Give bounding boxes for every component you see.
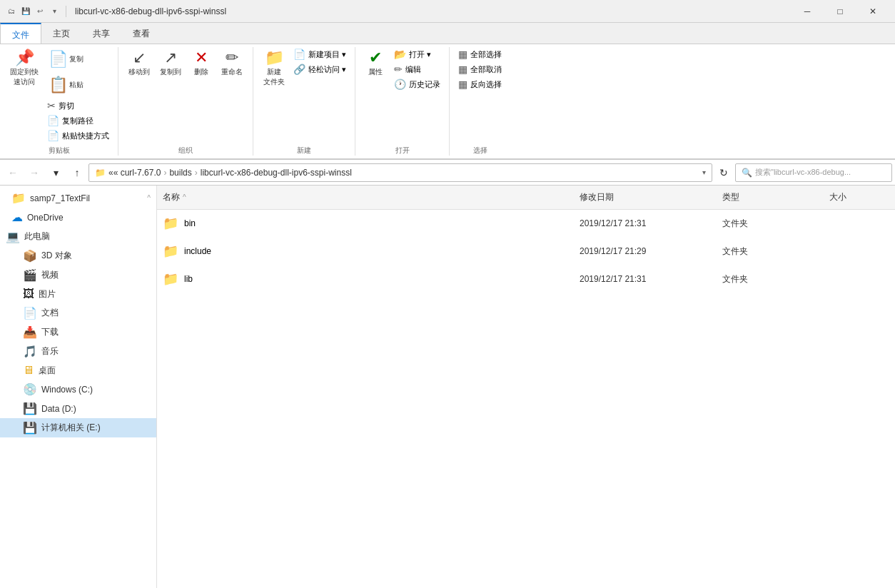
sidebar-item-computer-e[interactable]: 💾 计算机相关 (E:) — [0, 418, 156, 437]
sidebar-item-pictures[interactable]: 🖼 图片 — [0, 285, 156, 303]
history-icon: 🕐 — [394, 78, 406, 90]
ribbon-group-open: ✔ 属性 📂 打开 ▾ ✏ 编辑 🕐 历史记录 打开 — [355, 47, 450, 156]
ribbon-group-new: 📁 新建文件夹 📄 新建项目 ▾ 🔗 轻松访问 ▾ 新建 — [253, 47, 355, 156]
file-name-bin: 📁 bin — [157, 210, 574, 237]
sidebar-item-windows-c[interactable]: 💿 Windows (C:) — [0, 380, 156, 399]
title-bar: 🗂 💾 ↩ ▾ libcurl-vc-x86-debug-dll-ipv6-ss… — [0, 0, 895, 23]
open-small-buttons: 📂 打开 ▾ ✏ 编辑 🕐 历史记录 — [391, 47, 443, 91]
dropdown-icon[interactable]: ▾ — [49, 6, 60, 17]
rename-button[interactable]: ✏ 重命名 — [217, 47, 247, 80]
select-content: ▦ 全部选择 ▦ 全部取消 ▦ 反向选择 — [455, 47, 505, 143]
back-button[interactable]: ← — [3, 163, 23, 183]
documents-icon: 📄 — [23, 306, 37, 320]
address-dropdown[interactable]: ▾ — [702, 168, 706, 176]
table-row[interactable]: 📁 bin 2019/12/17 21:31 文件夹 — [157, 210, 895, 238]
sidebar-item-music[interactable]: 🎵 音乐 — [0, 342, 156, 361]
header-type[interactable]: 类型 — [717, 188, 824, 206]
lib-folder-icon: 📁 — [163, 271, 178, 287]
header-name[interactable]: 名称 ^ — [157, 188, 574, 206]
lib-size — [824, 273, 895, 285]
new-content: 📁 新建文件夹 📄 新建项目 ▾ 🔗 轻松访问 ▾ — [259, 47, 349, 143]
properties-button[interactable]: ✔ 属性 — [361, 47, 390, 80]
copy-to-icon: ↗ — [164, 50, 177, 66]
copy-path-button[interactable]: 📄 复制路径 — [44, 113, 112, 128]
table-row[interactable]: 📁 lib 2019/12/17 21:31 文件夹 — [157, 265, 895, 293]
search-icon: 🔍 — [742, 168, 752, 178]
computer-e-icon: 💾 — [23, 421, 37, 435]
desktop-icon: 🖥 — [23, 364, 34, 377]
lib-modified: 2019/12/17 21:31 — [574, 268, 717, 290]
select-none-button[interactable]: ▦ 全部取消 — [455, 62, 505, 76]
forward-button[interactable]: → — [24, 163, 44, 183]
edit-button[interactable]: ✏ 编辑 — [391, 62, 443, 76]
history-button[interactable]: 🕐 历史记录 — [391, 77, 443, 91]
move-icon: ↙ — [133, 50, 146, 66]
folder-icon: 📁 — [95, 168, 106, 178]
system-icon: 🗂 — [6, 6, 17, 17]
tab-home[interactable]: 主页 — [41, 23, 81, 44]
main-content: 📁 samp7_1TextFil ^ ☁ OneDrive 💻 此电脑 📦 3D… — [0, 186, 895, 588]
copy-to-button[interactable]: ↗ 复制到 — [156, 47, 186, 80]
up-button[interactable]: ↑ — [67, 163, 87, 183]
address-bar-area: ← → ▾ ↑ 📁 « « curl-7.67.0 › builds › lib… — [0, 160, 895, 186]
pictures-icon: 🖼 — [23, 288, 34, 300]
table-row[interactable]: 📁 include 2019/12/17 21:29 文件夹 — [157, 238, 895, 265]
sidebar-item-data-d[interactable]: 💾 Data (D:) — [0, 399, 156, 418]
select-all-button[interactable]: ▦ 全部选择 — [455, 47, 505, 61]
sidebar-item-this-pc[interactable]: 💻 此电脑 — [0, 227, 156, 246]
recent-button[interactable]: ▾ — [46, 163, 66, 183]
move-to-button[interactable]: ↙ 移动到 — [124, 47, 154, 80]
sidebar-item-videos-label: 视频 — [41, 269, 151, 281]
undo-icon[interactable]: ↩ — [34, 6, 46, 17]
invert-select-button[interactable]: ▦ 反向选择 — [455, 77, 505, 91]
sidebar-item-samp7[interactable]: 📁 samp7_1TextFil ^ — [0, 188, 156, 208]
bin-type: 文件夹 — [717, 212, 824, 235]
cut-icon: ✂ — [47, 100, 56, 111]
tab-share[interactable]: 共享 — [81, 23, 121, 44]
header-size[interactable]: 大小 — [824, 188, 895, 206]
sidebar-item-3d[interactable]: 📦 3D 对象 — [0, 246, 156, 265]
paste-button[interactable]: 📋 粘贴 — [44, 73, 112, 97]
copy-button[interactable]: 📄 复制 — [44, 47, 112, 71]
include-type: 文件夹 — [717, 240, 824, 263]
bin-size — [824, 218, 895, 229]
sidebar-item-downloads-label: 下载 — [41, 326, 151, 338]
ribbon: 📌 固定到快速访问 📄 复制 📋 粘贴 ✂ 剪切 — [0, 44, 895, 160]
delete-button[interactable]: ✕ 删除 — [187, 47, 216, 80]
save-icon[interactable]: 💾 — [20, 6, 31, 17]
header-modified[interactable]: 修改日期 — [574, 188, 717, 206]
sidebar-item-documents[interactable]: 📄 文档 — [0, 303, 156, 323]
3d-icon: 📦 — [23, 249, 37, 263]
sidebar-item-documents-label: 文档 — [41, 307, 151, 319]
sidebar: 📁 samp7_1TextFil ^ ☁ OneDrive 💻 此电脑 📦 3D… — [0, 186, 157, 588]
open-label: 打开 — [395, 146, 410, 156]
cut-button[interactable]: ✂ 剪切 — [44, 98, 112, 113]
open-button[interactable]: 📂 打开 ▾ — [391, 47, 443, 61]
search-box[interactable]: 🔍 搜索"libcurl-vc-x86-debug... — [735, 163, 892, 182]
sidebar-item-onedrive[interactable]: ☁ OneDrive — [0, 208, 156, 227]
file-list: 📁 bin 2019/12/17 21:31 文件夹 📁 include 201… — [157, 210, 895, 588]
include-size — [824, 245, 895, 257]
tab-file[interactable]: 文件 — [0, 23, 41, 44]
sidebar-item-videos[interactable]: 🎬 视频 — [0, 265, 156, 285]
maximize-button[interactable]: □ — [824, 0, 856, 23]
minimize-button[interactable]: ─ — [791, 0, 824, 23]
pin-button[interactable]: 📌 固定到快速访问 — [6, 47, 43, 90]
edit-icon: ✏ — [394, 64, 403, 75]
crumb-curl: « curl-7.67.0 — [113, 168, 161, 178]
easy-access-button[interactable]: 🔗 轻松访问 ▾ — [290, 62, 349, 76]
open-content: ✔ 属性 📂 打开 ▾ ✏ 编辑 🕐 历史记录 — [361, 47, 443, 143]
sidebar-item-downloads[interactable]: 📥 下载 — [0, 323, 156, 342]
refresh-button[interactable]: ↻ — [714, 163, 734, 183]
sidebar-item-desktop[interactable]: 🖥 桌面 — [0, 361, 156, 380]
new-item-button[interactable]: 📄 新建项目 ▾ — [290, 47, 349, 61]
new-folder-button[interactable]: 📁 新建文件夹 — [259, 47, 289, 90]
paste-shortcut-button[interactable]: 📄 粘贴快捷方式 — [44, 128, 112, 143]
close-button[interactable]: ✕ — [856, 0, 889, 23]
crumb-builds: builds — [169, 168, 191, 178]
sidebar-item-desktop-label: 桌面 — [39, 365, 151, 377]
tab-view[interactable]: 查看 — [121, 23, 161, 44]
organize-content: ↙ 移动到 ↗ 复制到 ✕ 删除 ✏ 重命名 — [124, 47, 247, 143]
new-small-buttons: 📄 新建项目 ▾ 🔗 轻松访问 ▾ — [290, 47, 349, 76]
address-bar[interactable]: 📁 « « curl-7.67.0 › builds › libcurl-vc-… — [89, 163, 712, 182]
